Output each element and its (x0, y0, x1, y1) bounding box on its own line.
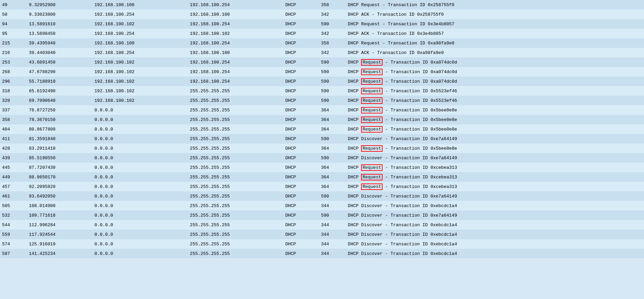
packet-dst: 255.255.255.255 (188, 153, 283, 163)
packet-num: 457 (0, 182, 27, 191)
table-row[interactable]: 457 92.2095820 0.0.0.0 255.255.255.255 D… (0, 182, 644, 191)
packet-len: 590 (319, 210, 346, 220)
packet-proto: DHCP (283, 86, 319, 96)
packet-src: 0.0.0.0 (92, 105, 188, 115)
packet-num: 445 (0, 163, 27, 172)
packet-info: DHCP Discover - Transaction ID 0xe7a6414… (346, 210, 644, 220)
table-row[interactable]: 411 81.3591840 0.0.0.0 255.255.255.255 D… (0, 134, 644, 144)
table-row[interactable]: 268 47.6788290 192.168.100.102 192.168.1… (0, 67, 644, 77)
packet-time: 47.6788290 (27, 67, 92, 77)
packet-len: 590 (319, 134, 346, 144)
packet-info: DHCP Request - Transaction ID 0x5bee0e8e (346, 105, 644, 115)
packet-info: DHCP Discover - Transaction ID 0xebcdc1a… (346, 249, 644, 258)
packet-dst: 255.255.255.255 (188, 239, 283, 249)
packet-num: 587 (0, 249, 27, 258)
packet-num: 559 (0, 230, 27, 239)
packet-proto: DHCP (283, 29, 319, 38)
packet-proto: DHCP (283, 134, 319, 144)
packet-time: 108.014900 (27, 201, 92, 210)
packet-src: 0.0.0.0 (92, 230, 188, 239)
table-row[interactable]: 445 87.7207430 0.0.0.0 255.255.255.255 D… (0, 163, 644, 172)
packet-info: DHCP Request - Transaction ID 0x5bee0e8e (346, 144, 644, 153)
packet-src: 0.0.0.0 (92, 115, 188, 124)
packet-info: DHCP Discover - Transaction ID 0xe7a6414… (346, 153, 644, 163)
packet-info: DHCP Discover - Transaction ID 0xebcdc1a… (346, 201, 644, 210)
packet-src: 0.0.0.0 (92, 163, 188, 172)
table-row[interactable]: 337 76.8727250 0.0.0.0 255.255.255.255 D… (0, 105, 644, 115)
packet-info: DHCP Request - Transaction ID 0x5523ef46 (346, 96, 644, 105)
packet-time: 69.7090640 (27, 96, 92, 105)
packet-len: 590 (319, 96, 346, 105)
table-row[interactable]: 544 112.996284 0.0.0.0 255.255.255.255 D… (0, 220, 644, 230)
packet-num: 49 (0, 0, 27, 10)
packet-time: 92.2095820 (27, 182, 92, 191)
packet-dst: 255.255.255.255 (188, 249, 283, 258)
table-row[interactable]: 574 125.916019 0.0.0.0 255.255.255.255 D… (0, 239, 644, 249)
packet-proto: DHCP (283, 77, 319, 86)
table-row[interactable]: 328 69.7090640 192.168.100.102 255.255.2… (0, 96, 644, 105)
packet-time: 13.5898450 (27, 29, 92, 38)
table-row[interactable]: 428 83.2911410 0.0.0.0 255.255.255.255 D… (0, 144, 644, 153)
packet-len: 590 (319, 67, 346, 77)
table-row[interactable]: 358 78.3670150 0.0.0.0 255.255.255.255 D… (0, 115, 644, 124)
packet-dst: 255.255.255.255 (188, 220, 283, 230)
table-row[interactable]: 461 93.6492050 0.0.0.0 255.255.255.255 D… (0, 191, 644, 201)
packet-proto: DHCP (283, 19, 319, 29)
packet-time: 87.7207430 (27, 163, 92, 172)
packet-dst: 255.255.255.255 (188, 86, 283, 96)
packet-time: 39.4395940 (27, 38, 92, 48)
packet-num: 505 (0, 201, 27, 210)
packet-proto: DHCP (283, 249, 319, 258)
packet-dst: 192.168.100.254 (188, 38, 283, 48)
packet-num: 95 (0, 29, 27, 38)
packet-time: 141.425234 (27, 249, 92, 258)
table-row[interactable]: 559 117.924544 0.0.0.0 255.255.255.255 D… (0, 230, 644, 239)
packet-len: 344 (319, 249, 346, 258)
packet-capture-table: 49 9.32952900 192.168.100.100 192.168.10… (0, 0, 644, 258)
table-row[interactable]: 253 43.6091450 192.168.100.102 192.168.1… (0, 57, 644, 67)
packet-len: 590 (319, 86, 346, 96)
packet-info: DHCP Discover - Transaction ID 0xebcdc1a… (346, 220, 644, 230)
table-row[interactable]: 505 108.014900 0.0.0.0 255.255.255.255 D… (0, 201, 644, 210)
packet-proto: DHCP (283, 230, 319, 239)
table-row[interactable]: 216 39.4403040 192.168.100.254 192.168.1… (0, 48, 644, 57)
packet-num: 318 (0, 86, 27, 96)
table-row[interactable]: 95 13.5898450 192.168.100.254 192.168.10… (0, 29, 644, 38)
packet-proto: DHCP (283, 220, 319, 230)
highlight-request: Request (361, 107, 383, 113)
packet-len: 364 (319, 124, 346, 134)
packet-len: 344 (319, 230, 346, 239)
table-row[interactable]: 296 55.7188910 192.168.100.102 192.168.1… (0, 77, 644, 86)
table-row[interactable]: 439 85.5190550 0.0.0.0 255.255.255.255 D… (0, 153, 644, 163)
table-row[interactable]: 318 65.6192490 192.168.100.102 255.255.2… (0, 86, 644, 96)
packet-info: DHCP Request - Transaction ID 0x5bee0e8e (346, 115, 644, 124)
packet-src: 0.0.0.0 (92, 144, 188, 153)
packet-num: 411 (0, 134, 27, 144)
table-row[interactable]: 449 88.9650170 0.0.0.0 255.255.255.255 D… (0, 172, 644, 182)
table-row[interactable]: 94 13.5891610 192.168.100.102 192.168.10… (0, 19, 644, 29)
packet-proto: DHCP (283, 144, 319, 153)
table-row[interactable]: 49 9.32952900 192.168.100.100 192.168.10… (0, 0, 644, 10)
packet-num: 532 (0, 210, 27, 220)
packet-src: 192.168.100.102 (92, 19, 188, 29)
table-row[interactable]: 215 39.4395940 192.168.100.100 192.168.1… (0, 38, 644, 48)
packet-info: DHCP Request - Transaction ID 0xcebea313 (346, 163, 644, 172)
packet-src: 0.0.0.0 (92, 249, 188, 258)
table-row[interactable]: 587 141.425234 0.0.0.0 255.255.255.255 D… (0, 249, 644, 258)
table-row[interactable]: 50 9.33023800 192.168.100.254 192.168.10… (0, 10, 644, 19)
packet-num: 94 (0, 19, 27, 29)
packet-info: DHCP Request - Transaction ID 0xa074dc0d (346, 77, 644, 86)
packet-dst: 192.168.100.254 (188, 19, 283, 29)
packet-src: 0.0.0.0 (92, 182, 188, 191)
packet-proto: DHCP (283, 210, 319, 220)
packet-time: 78.3670150 (27, 115, 92, 124)
packet-dst: 192.168.100.254 (188, 0, 283, 10)
packet-time: 85.5190550 (27, 153, 92, 163)
packet-num: 50 (0, 10, 27, 19)
packet-time: 80.8677800 (27, 124, 92, 134)
table-row[interactable]: 404 80.8677800 0.0.0.0 255.255.255.255 D… (0, 124, 644, 134)
packet-len: 364 (319, 182, 346, 191)
highlight-request: Request (361, 145, 383, 152)
packet-src: 192.168.100.254 (92, 48, 188, 57)
table-row[interactable]: 532 109.771618 0.0.0.0 255.255.255.255 D… (0, 210, 644, 220)
